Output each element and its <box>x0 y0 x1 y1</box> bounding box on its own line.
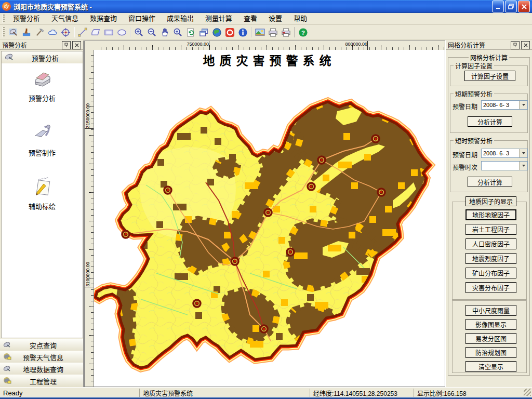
short-time-analyze-button[interactable]: 分析计算 <box>468 177 512 187</box>
display-layer-button-1[interactable]: 影像图显示 <box>466 319 516 330</box>
terrain-icon <box>22 28 32 37</box>
minimize-button[interactable] <box>492 1 504 12</box>
zoom-selection-button[interactable] <box>171 26 184 38</box>
geo-factor-button-2[interactable]: 人口密度因子 <box>466 238 516 249</box>
help-button[interactable]: ? <box>297 26 310 38</box>
stop-button[interactable] <box>223 26 236 38</box>
chevron-down-icon[interactable] <box>519 149 527 157</box>
town-marker-1 <box>318 156 325 164</box>
geo-factor-button-4[interactable]: 矿山分布因子 <box>466 268 516 278</box>
menu-item-8[interactable]: 帮助 <box>288 13 313 24</box>
display-layer-button-3[interactable]: 防治规划图 <box>466 347 516 358</box>
geo-factor-button-0[interactable]: 地形地貌因子 <box>466 209 516 220</box>
pin-icon[interactable] <box>62 41 71 49</box>
town-marker-6 <box>264 209 272 216</box>
web-globe-button[interactable] <box>210 26 223 38</box>
short-term-date-combo[interactable]: 2008- 6- 3 <box>481 100 528 110</box>
refresh-view-button[interactable] <box>184 26 197 38</box>
cloud-weather-button[interactable] <box>46 26 59 38</box>
ruler-label: 750000.00 <box>187 42 209 47</box>
tool-warning-analysis[interactable]: 预警分析 <box>2 70 83 103</box>
short-time-group-label: 短时预警分析 <box>454 136 494 145</box>
map-canvas[interactable]: 地质灾害预警系统 <box>94 50 445 387</box>
short-time-date-combo[interactable]: 2008- 6- 3 <box>481 149 528 158</box>
town-marker-2 <box>308 183 315 190</box>
crosshair-icon <box>61 28 71 37</box>
sidebar-item-warning-weather[interactable]: 预警天气信息 <box>0 351 83 364</box>
map-graphic <box>94 50 445 387</box>
globe-doc-icon <box>3 353 11 362</box>
menu-item-3[interactable]: 窗口操作 <box>123 13 161 24</box>
left-panel-section-header[interactable]: 预警分析 <box>1 51 83 64</box>
short-time-date-label: 预警日期 <box>453 150 477 159</box>
sidebar-item-label: 工程管理 <box>14 376 83 386</box>
restore-button[interactable] <box>505 1 517 12</box>
geo-factor-button-5[interactable]: 灾害分布因子 <box>466 282 516 293</box>
tool-warning-production[interactable]: 预警制作 <box>2 123 83 157</box>
export-image-button[interactable] <box>254 26 267 38</box>
right-panel-title-bar: 网格分析计算 <box>446 41 532 50</box>
pan-hand-button[interactable] <box>158 26 171 38</box>
sidebar-item-label: 灾点查询 <box>14 340 83 350</box>
zoom-out-button[interactable] <box>145 26 158 38</box>
draw-rectangle-button[interactable] <box>102 26 115 38</box>
town-marker-4 <box>164 187 171 194</box>
factor-settings-button[interactable]: 计算因子设置 <box>464 71 515 81</box>
print-preview-button[interactable] <box>280 26 292 38</box>
draw-line-button[interactable] <box>76 26 89 38</box>
locate-target-button[interactable] <box>59 26 72 38</box>
town-marker-8 <box>231 258 238 265</box>
map-area: 750000.00 800000.00 3150000.00 3100000.0… <box>84 41 445 387</box>
zoom-in-button[interactable] <box>132 26 145 38</box>
close-icon[interactable] <box>72 41 81 49</box>
menu-item-2[interactable]: 数据查询 <box>84 13 123 24</box>
satellite-analysis-button[interactable] <box>7 26 20 38</box>
tool-label: 预警制作 <box>2 148 83 157</box>
warning-period-combo[interactable] <box>481 161 528 170</box>
display-layer-button-4[interactable]: 清空显示 <box>466 361 516 372</box>
sidebar-item-disaster-query[interactable]: 灾点查询 <box>0 339 83 352</box>
map-title: 地质灾害预警系统 <box>94 51 445 69</box>
left-panel-section-label: 预警分析 <box>17 53 83 63</box>
pick-tool-button[interactable] <box>33 26 46 38</box>
satellite-icon <box>9 28 19 37</box>
menu-item-1[interactable]: 天气信息 <box>46 13 84 24</box>
sidebar-item-geo-data-query[interactable]: 地理数据查询 <box>0 363 83 376</box>
geo-factor-button-3[interactable]: 地震烈度因子 <box>466 253 516 264</box>
draw-polygon-button[interactable] <box>89 26 102 38</box>
menu-item-0[interactable]: 预警分析 <box>7 13 46 24</box>
ellipse-tool-icon <box>117 28 127 37</box>
print-button[interactable] <box>267 26 280 38</box>
cascade-windows-button[interactable] <box>197 26 210 38</box>
terrain-tool-button[interactable] <box>20 26 33 38</box>
close-icon[interactable] <box>521 41 530 49</box>
ruler-label: 3150000.00 <box>85 103 90 128</box>
right-panel: 网格分析计算 网格分析计算 计算因子设置 计算因子设置 短期预警分析 预警日期 … <box>445 41 532 387</box>
short-term-analyze-button[interactable]: 分析计算 <box>468 116 512 127</box>
menu-item-6[interactable]: 查看 <box>238 13 263 24</box>
geo-factor-button-1[interactable]: 岩土工程因子 <box>466 224 516 235</box>
menu-item-5[interactable]: 测量计算 <box>200 13 238 24</box>
printer-icon <box>268 28 278 37</box>
info-button[interactable] <box>236 26 249 38</box>
chevron-down-icon[interactable] <box>519 162 527 170</box>
printer-preview-icon <box>281 28 291 37</box>
tool-auxiliary-plotting[interactable]: 辅助标绘 <box>2 176 83 211</box>
menu-item-7[interactable]: 设置 <box>263 13 288 24</box>
draw-ellipse-button[interactable] <box>115 26 128 38</box>
rectangle-tool-icon <box>104 28 114 37</box>
display-layer-button-0[interactable]: 中小尺度雨量 <box>466 305 516 316</box>
chevron-down-icon[interactable] <box>519 101 527 109</box>
menu-item-4[interactable]: 成果输出 <box>161 13 200 24</box>
resize-grip[interactable] <box>524 389 531 396</box>
refresh-icon <box>186 28 196 37</box>
toolbar-separator <box>74 27 75 37</box>
close-button[interactable] <box>518 1 530 12</box>
display-layer-button-2[interactable]: 易发分区图 <box>466 333 516 344</box>
left-panel-body: 预警分析 预警制作 辅助标绘 <box>1 63 83 338</box>
sidebar-item-project-management[interactable]: 工程管理 <box>0 375 83 388</box>
pin-icon[interactable] <box>511 41 520 49</box>
town-marker-0 <box>372 135 379 142</box>
town-marker-9 <box>193 300 201 307</box>
status-coordinates: 经纬度:114.140551,28.250253 <box>310 389 414 397</box>
